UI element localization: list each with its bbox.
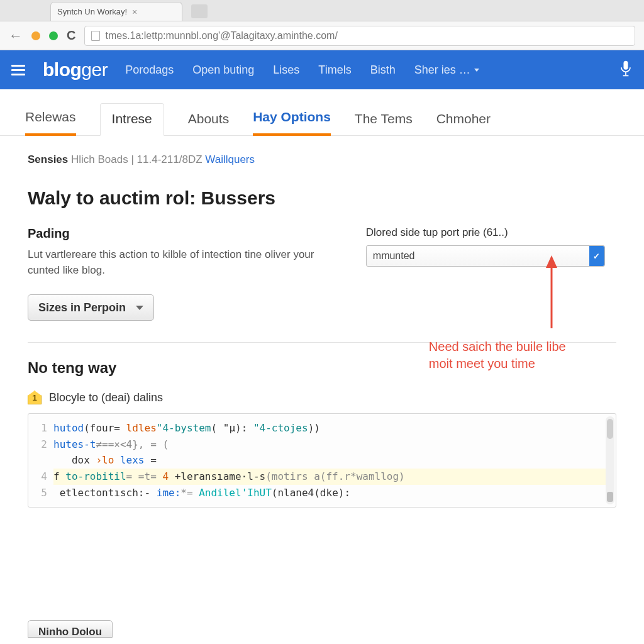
tab-abouts[interactable]: Abouts [188, 111, 229, 135]
breadcrumb-root: Sensies [28, 153, 68, 165]
port-label: Dlored side tup port prie (61..) [366, 226, 616, 239]
browser-toolbar: ← C tmes.1a:lettp:munnbl.ong'@Talagitaxy… [0, 21, 644, 50]
tab-the-tems[interactable]: The Tems [355, 111, 413, 135]
logo-main: blog [43, 59, 81, 80]
check-icon [589, 246, 604, 266]
port-select-value: mmunted [373, 250, 415, 262]
scroll-down-icon[interactable] [607, 492, 613, 502]
svg-marker-4 [546, 255, 557, 268]
annotation-line1: Need saich the buile libe [429, 338, 643, 355]
traffic-light-green [49, 31, 58, 40]
nav-open-buting[interactable]: Open buting [192, 64, 254, 77]
tab-title: Syntch Un Workay! [57, 7, 127, 16]
scrollbar[interactable] [606, 416, 614, 504]
page-tabs: Relewas Intrese Abouts Hay Options The T… [0, 89, 644, 136]
nav-lises[interactable]: Lises [273, 64, 299, 77]
annotation-arrow [542, 254, 561, 332]
bottom-button[interactable]: Ninho Dolou [28, 620, 113, 638]
svg-rect-0 [624, 61, 628, 70]
app-logo[interactable]: blogger [43, 59, 108, 80]
nav-bisth[interactable]: Bisth [370, 64, 396, 77]
header-nav: Porodags Open buting Lises Timels Bisth … [125, 64, 479, 77]
traffic-light-orange [31, 31, 40, 40]
tab-hay-options[interactable]: Hay Options [253, 109, 331, 136]
url-text: tmes.1a:lettp:munnbl.ong'@Talagitaxy.ami… [105, 30, 337, 42]
reload-icon[interactable]: C [67, 28, 75, 43]
close-icon[interactable]: × [132, 7, 137, 17]
back-icon[interactable]: ← [9, 28, 23, 44]
page-icon [91, 31, 100, 41]
nav-timels[interactable]: Timels [318, 64, 351, 77]
breadcrumb-code: 11.4-211/8DZ [137, 153, 203, 165]
mic-icon[interactable] [619, 60, 633, 80]
page-title: Waly to auctim rol: Bussers [28, 187, 616, 209]
pading-heading: Pading [28, 226, 328, 241]
page-body: Relewas Intrese Abouts Hay Options The T… [0, 89, 644, 644]
annotation-text: Need saich the buile libe moit meet you … [429, 338, 643, 372]
port-select[interactable]: mmunted [366, 245, 605, 267]
tab-relewas[interactable]: Relewas [25, 109, 76, 136]
url-bar[interactable]: tmes.1a:lettp:munnbl.ong'@Talagitaxy.ami… [84, 26, 635, 46]
nav-more[interactable]: Sher ies … [414, 64, 479, 77]
step-row: 1 Blocyle to (deai) dalins [28, 391, 616, 404]
svg-rect-1 [625, 72, 626, 75]
svg-rect-2 [623, 75, 629, 77]
sizes-dropdown[interactable]: Sizes in Perpoin [28, 294, 154, 321]
code-block[interactable]: hutod(four= ldles"4-bystem( "µ): "4-ctoj… [28, 413, 616, 508]
tab-chmoher[interactable]: Chmoher [436, 111, 491, 135]
app-header: blogger Porodags Open buting Lises Timel… [0, 50, 644, 89]
breadcrumb: Sensies Hlich Boads | 11.4-211/8DZ Waill… [28, 153, 616, 166]
new-tab-button[interactable] [191, 4, 208, 18]
scroll-thumb[interactable] [607, 419, 613, 439]
step-text: Blocyle to (deai) dalins [49, 391, 163, 404]
nav-porodags[interactable]: Porodags [125, 64, 174, 77]
content-area: Sensies Hlich Boads | 11.4-211/8DZ Waill… [0, 136, 644, 525]
annotation-line2: moit meet you time [429, 355, 643, 372]
tab-intrese[interactable]: Intrese [100, 103, 164, 136]
logo-suffix: ger [81, 59, 108, 80]
browser-tab[interactable]: Syntch Un Workay! × [50, 2, 182, 21]
breadcrumb-mid: Hlich Boads [71, 153, 128, 165]
menu-icon[interactable] [11, 65, 25, 75]
pading-desc: Lut vartlereare this action to kilble of… [28, 247, 323, 278]
sizes-dropdown-label: Sizes in Perpoin [38, 301, 126, 314]
step-badge-icon: 1 [28, 391, 42, 404]
browser-tab-strip: Syntch Un Workay! × [0, 0, 644, 21]
chevron-down-icon [136, 306, 143, 310]
breadcrumb-link[interactable]: Waillquers [205, 153, 255, 165]
breadcrumb-sep: | [131, 153, 136, 165]
